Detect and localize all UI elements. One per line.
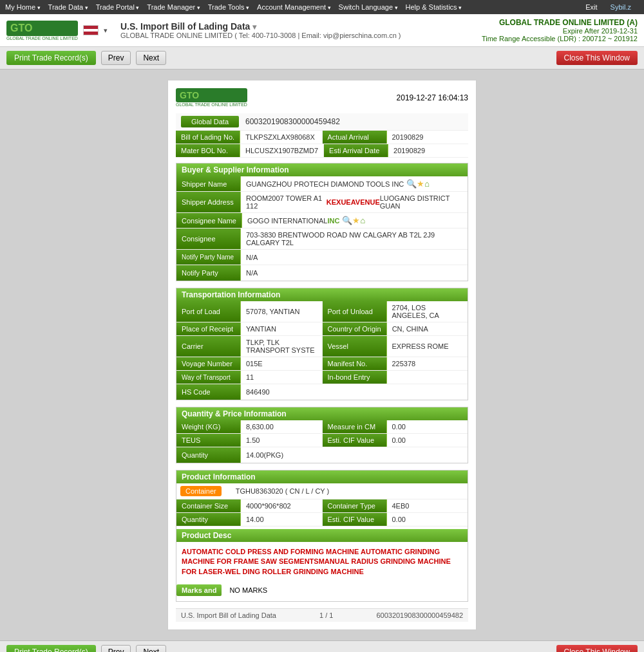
product-desc-label: Product Desc: [176, 529, 468, 542]
vessel-label: Vessel: [323, 336, 387, 357]
content-logo-gto: GTO: [176, 88, 247, 102]
hs-code-row: HS Code 846490: [176, 384, 468, 400]
shipper-address-label: Shipper Address: [176, 192, 241, 212]
company-contact: GLOBAL TRADE ONLINE LIMITED ( Tel: 400-7…: [120, 32, 482, 39]
quantity-price-section: Quantity & Price Information Weight (KG)…: [176, 407, 468, 463]
container-value: TGHU8363020 ( CN / L / CY ): [231, 483, 468, 499]
logo-area: GTO GLOBAL TRADE ONLINE LIMITED ▾: [6, 21, 108, 41]
top-toolbar: Print Trade Record(s) Prev Next Close Th…: [0, 47, 644, 70]
next-button-bottom[interactable]: Next: [136, 645, 166, 652]
logo-subtitle: GLOBAL TRADE ONLINE LIMITED: [6, 36, 78, 41]
consignee-name-row: Consignee Name GOGO INTERNATIONAL INC 🔍 …: [176, 213, 468, 228]
country-of-origin-field: Country of Origin CN, CHINA: [323, 322, 468, 335]
product-esti-cif-field: Esti. CIF Value 0.00: [323, 513, 468, 526]
in-bond-entry-field: In-bond Entry: [323, 371, 468, 384]
print-record-button-top[interactable]: Print Trade Record(s): [6, 51, 96, 65]
quantity-label: Quantity: [176, 447, 241, 463]
close-button-bottom[interactable]: Close This Window: [556, 645, 638, 652]
weight-measure-row: Weight (KG) 8,630.00 Measure in CM 0.00: [176, 420, 468, 434]
marks-value: NO MARKS: [224, 584, 272, 597]
product-quantity-field: Quantity 14.00: [176, 513, 323, 526]
shipper-address-value: ROOM2007 TOWER A1 112 KEXUE AVENUE LUOGA…: [241, 192, 468, 212]
global-data-value: 6003201908300000459482: [245, 117, 340, 126]
esti-cif-value: 0.00: [387, 434, 468, 447]
product-quantity-value: 14.00: [241, 513, 322, 526]
prev-button-top[interactable]: Prev: [101, 51, 131, 65]
esti-cif-label: Esti. CIF Value: [323, 434, 387, 447]
carrier-label: Carrier: [176, 336, 241, 357]
company-logo: GTO GLOBAL TRADE ONLINE LIMITED: [6, 21, 78, 41]
measure-label: Measure in CM: [323, 420, 387, 433]
actual-arrival-value: 20190829: [387, 131, 469, 144]
quantity-price-header: Quantity & Price Information: [176, 407, 468, 420]
nav-trade-data[interactable]: Trade Data: [48, 3, 88, 11]
page-title: U.S. Import Bill of Lading Data ▾: [120, 21, 482, 32]
bol-value: TLKPSZXLAX98068X: [240, 131, 321, 144]
consignee-star-icon[interactable]: ★: [352, 216, 360, 225]
country-of-origin-value: CN, CHINA: [387, 322, 468, 335]
container-type-value: 4EB0: [387, 499, 468, 512]
esti-cif-field: Esti. CIF Value 0.00: [323, 434, 468, 447]
place-of-receipt-value: YANTIAN: [241, 322, 322, 335]
bol-label: Bill of Lading No.: [176, 131, 240, 144]
nav-switch-language[interactable]: Switch Language: [339, 3, 398, 11]
notify-party-row: Notify Party N/A: [176, 265, 468, 281]
print-record-button-bottom[interactable]: Print Trade Record(s): [6, 645, 96, 652]
weight-value: 8,630.00: [241, 420, 322, 433]
nav-account-management[interactable]: Account Management: [257, 3, 331, 11]
product-header: Product Information: [176, 470, 468, 483]
nav-trade-tools[interactable]: Trade Tools: [208, 3, 249, 11]
close-button-top[interactable]: Close This Window: [556, 51, 638, 65]
shipper-address-row: Shipper Address ROOM2007 TOWER A1 112 KE…: [176, 192, 468, 213]
content-logo: GTO GLOBAL TRADE ONLINE LIMITED: [176, 88, 247, 107]
master-bol-value: HLCUSZX1907BZMD7: [240, 144, 323, 157]
container-size-field: Container Size 4000*906*802: [176, 499, 323, 512]
teus-value: 1.50: [241, 434, 322, 447]
actual-arrival-label: Actual Arrival: [323, 131, 387, 144]
shipper-star-icon[interactable]: ★: [417, 179, 424, 189]
container-type-label: Container Type: [323, 499, 387, 512]
content-footer: U.S. Import Bill of Lading Data 1 / 1 60…: [176, 608, 468, 622]
global-data-label: Global Data: [181, 116, 239, 127]
account-company: GLOBAL TRADE ONLINE LIMITED (A): [482, 18, 638, 27]
master-bol-label: Mater BOL No.: [176, 144, 240, 157]
country-of-origin-label: Country of Origin: [323, 322, 387, 335]
logo-gto: GTO: [6, 21, 78, 36]
bol-field: Bill of Lading No. TLKPSZXLAX98068X: [176, 131, 323, 144]
record-timestamp: 2019-12-27 16:04:13: [397, 93, 468, 102]
teus-field: TEUS 1.50: [176, 434, 323, 447]
esti-arrival-field: Esti Arrival Date 20190829: [324, 144, 468, 157]
header-title-area: U.S. Import Bill of Lading Data ▾ GLOBAL…: [120, 21, 482, 39]
content-header: GTO GLOBAL TRADE ONLINE LIMITED 2019-12-…: [176, 88, 468, 107]
port-of-load-value: 57078, YANTIAN: [241, 301, 322, 322]
notify-party-name-label: Notify Party Name: [176, 250, 241, 265]
notify-party-name-row: Notify Party Name N/A: [176, 250, 468, 265]
footer-source: U.S. Import Bill of Lading Data: [181, 611, 276, 619]
way-of-transport-field: Way of Transport 11: [176, 371, 323, 384]
next-button-top[interactable]: Next: [136, 51, 166, 65]
nav-trade-portal[interactable]: Trade Portal: [96, 3, 140, 11]
shipper-search-icon[interactable]: 🔍: [406, 179, 417, 189]
container-size-value: 4000*906*802: [241, 499, 322, 512]
nav-trade-manager[interactable]: Trade Manager: [147, 3, 200, 11]
shipper-home-icon[interactable]: ⌂: [424, 179, 430, 189]
notify-party-label: Notify Party: [176, 265, 241, 281]
expire-date: Expire After 2019-12-31: [482, 27, 638, 35]
product-esti-cif-value: 0.00: [387, 513, 468, 526]
prev-button-bottom[interactable]: Prev: [101, 645, 131, 652]
measure-field: Measure in CM 0.00: [323, 420, 468, 433]
product-esti-cif-label: Esti. CIF Value: [323, 513, 387, 526]
product-qty-cif-row: Quantity 14.00 Esti. CIF Value 0.00: [176, 513, 468, 526]
nav-help-statistics[interactable]: Help & Statistics: [406, 3, 462, 11]
consignee-home-icon[interactable]: ⌂: [360, 216, 365, 225]
in-bond-entry-label: In-bond Entry: [323, 371, 387, 384]
footer-record-id: 6003201908300000459482: [376, 611, 463, 619]
bottom-toolbar: Print Trade Record(s) Prev Next Close Th…: [0, 640, 644, 652]
container-type-field: Container Type 4EB0: [323, 499, 468, 512]
nav-exit[interactable]: Exit: [585, 3, 597, 11]
header-bar: GTO GLOBAL TRADE ONLINE LIMITED ▾ U.S. I…: [0, 14, 644, 47]
consignee-search-icon[interactable]: 🔍: [342, 216, 352, 225]
consignee-row: Consignee 703-3830 BRENTWOOD ROAD NW CAL…: [176, 228, 468, 250]
nav-my-home[interactable]: My Home: [5, 3, 41, 11]
teus-label: TEUS: [176, 434, 241, 447]
